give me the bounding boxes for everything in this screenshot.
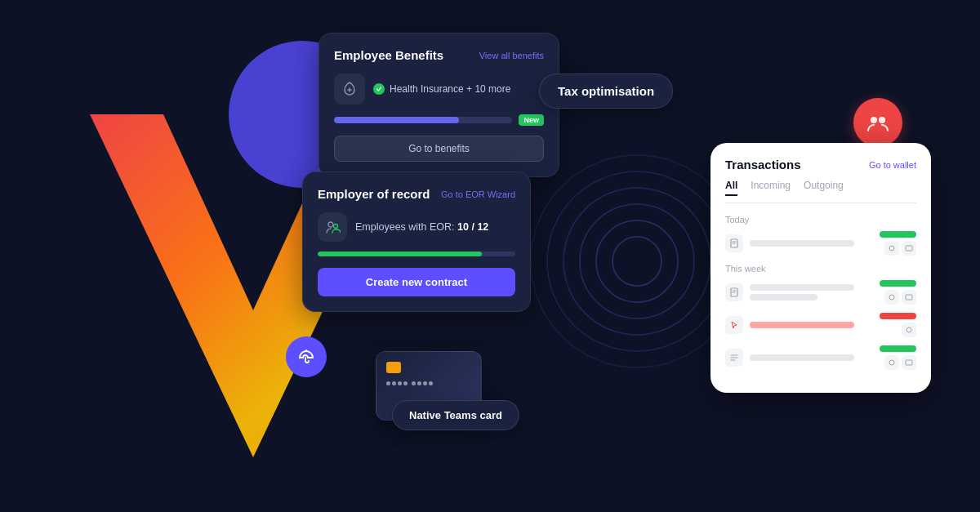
tab-all[interactable]: All (725, 180, 737, 196)
card-dot (412, 381, 416, 385)
transactions-header: Transactions Go to wallet (725, 158, 916, 171)
card-dot (386, 381, 390, 385)
tx-line-long (750, 240, 854, 247)
svg-point-7 (334, 225, 338, 229)
tab-incoming[interactable]: Incoming (751, 180, 791, 196)
tx-doc-icon (725, 234, 743, 252)
card-numbers (386, 381, 471, 385)
transactions-card: Transactions Go to wallet All Incoming O… (710, 143, 931, 393)
today-section-label: Today (725, 215, 916, 225)
tx-lines (750, 354, 873, 361)
benefits-card-header: Employee Benefits View all benefits (334, 48, 544, 62)
tx-action-icon[interactable] (902, 290, 916, 305)
new-badge: New (519, 114, 544, 126)
tx-amount-positive (880, 345, 916, 352)
card-dot (429, 381, 433, 385)
card-chip (386, 362, 401, 373)
tx-lines (750, 240, 873, 247)
eor-card-title: Employer of record (318, 187, 430, 201)
transaction-today-group (725, 231, 916, 256)
tx-line (750, 284, 854, 291)
card-dot-group-1 (386, 381, 408, 385)
transactions-tabs: All Incoming Outgoing (725, 180, 916, 203)
check-icon (373, 83, 385, 95)
eor-employees-value: 10 / 12 (457, 221, 488, 233)
card-dot (403, 381, 408, 385)
transaction-item (725, 280, 916, 305)
transactions-title: Transactions (725, 158, 801, 171)
eor-progress-bar (318, 252, 515, 256)
svg-point-14 (889, 295, 894, 300)
progress-bar-fill (334, 117, 459, 123)
tx-action-icon[interactable] (884, 290, 899, 305)
progress-bar (334, 117, 512, 123)
transaction-item-negative (725, 313, 916, 337)
tx-lines (750, 284, 873, 301)
eor-card-header: Employer of record Go to EOR Wizard (318, 187, 515, 201)
card-dot (417, 381, 421, 385)
tx-amount-negative (880, 313, 916, 319)
tx-action-icon[interactable] (902, 355, 916, 370)
tax-optimisation-pill[interactable]: Tax optimisation (539, 73, 673, 109)
tx-line (750, 354, 854, 361)
benefit-label: Health Insurance + 10 more (390, 83, 510, 95)
view-all-benefits-link[interactable]: View all benefits (479, 51, 544, 60)
go-to-eor-link[interactable]: Go to EOR Wizard (441, 189, 515, 199)
benefit-icon (334, 73, 365, 105)
employee-benefits-card: Employee Benefits View all benefits Heal… (318, 33, 559, 177)
svg-point-8 (871, 117, 877, 123)
transaction-item (725, 231, 916, 256)
svg-point-11 (889, 246, 894, 251)
progress-row: New (334, 114, 544, 126)
go-to-benefits-button[interactable]: Go to benefits (334, 136, 544, 162)
tx-amount-positive (880, 280, 916, 287)
eor-employees-label: Employees with EOR: (355, 221, 455, 233)
ui-layer: Employee Benefits View all benefits Heal… (0, 0, 980, 512)
create-new-contract-button[interactable]: Create new contract (318, 268, 515, 296)
benefit-text: Health Insurance + 10 more (373, 83, 510, 95)
employer-of-record-card: Employer of record Go to EOR Wizard Empl… (302, 171, 531, 312)
group-badge (853, 98, 902, 147)
tx-action-icon[interactable] (902, 241, 916, 256)
transaction-item-last (725, 345, 916, 370)
card-dot (398, 381, 402, 385)
tx-list-icon (725, 349, 743, 367)
card-dot-group-2 (412, 381, 433, 385)
svg-rect-12 (906, 246, 912, 251)
svg-rect-18 (906, 360, 912, 365)
eor-employees-row: Employees with EOR: 10 / 12 (318, 212, 515, 242)
card-dot (423, 381, 427, 385)
eor-employees-icon (318, 212, 347, 242)
tx-action-icon[interactable] (884, 241, 899, 256)
this-week-section-label: This week (725, 264, 916, 274)
tx-line-short (750, 294, 817, 301)
tx-action-icon[interactable] (902, 323, 916, 337)
benefits-card-title: Employee Benefits (334, 48, 443, 62)
tx-amount-positive (880, 231, 916, 238)
tx-lines (750, 322, 873, 328)
native-teams-card-pill: Native Teams card (392, 400, 519, 430)
benefit-row: Health Insurance + 10 more (334, 73, 544, 105)
tx-action-icon[interactable] (884, 355, 899, 370)
tx-line (750, 322, 854, 328)
svg-rect-15 (906, 295, 912, 300)
tx-cursor-icon (725, 316, 743, 334)
umbrella-badge (286, 336, 327, 377)
svg-point-6 (328, 222, 333, 227)
go-to-wallet-link[interactable]: Go to wallet (869, 160, 916, 170)
eor-progress-fill (318, 252, 482, 256)
svg-point-17 (889, 360, 894, 365)
svg-point-9 (879, 117, 885, 123)
tab-outgoing[interactable]: Outgoing (804, 180, 844, 196)
tx-doc-icon (725, 283, 743, 301)
svg-point-16 (906, 327, 911, 332)
card-dot (392, 381, 396, 385)
eor-employees-text: Employees with EOR: 10 / 12 (355, 221, 488, 233)
